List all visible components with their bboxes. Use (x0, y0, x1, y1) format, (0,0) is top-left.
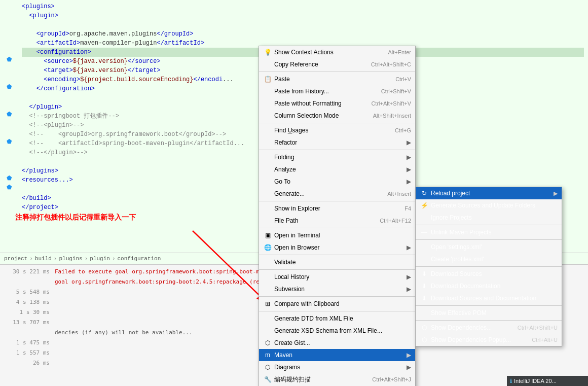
maven-menu-show-deps[interactable]: ⬡ Show Dependencies... Ctrl+Alt+Shift+U (416, 322, 562, 334)
menu-item-analyze[interactable]: Analyze ▶ (259, 163, 415, 176)
menu-item-code-style[interactable]: 🔧 编码规约扫描 Ctrl+Alt+Shift+J (259, 373, 415, 385)
menu-item-generate[interactable]: Generate... Alt+Insert (259, 188, 415, 200)
maven-menu-download-docs[interactable]: ⬇ Download Documentation (416, 280, 562, 292)
log-time: 13 s 707 ms (4, 319, 55, 326)
reload-icon: ↻ (420, 189, 429, 198)
menu-item-paste-without-formatting[interactable]: Paste without Formatting Ctrl+Alt+Shift+… (259, 97, 415, 110)
breadcrumb-sep: › (85, 256, 88, 262)
breadcrumb-item: plugin (90, 256, 110, 262)
menu-item-validate[interactable]: Validate (259, 256, 415, 268)
menu-label: 编码规约扫描 (274, 375, 367, 384)
code-line: <plugin> (22, 11, 584, 20)
empty-icon (263, 204, 272, 213)
menu-item-paste-from-history[interactable]: Paste from History... Ctrl+Shift+V (259, 85, 415, 97)
menu-label: Validate (274, 259, 411, 266)
menu-shortcut: Ctrl+Alt+Shift+C (371, 61, 411, 67)
menu-shortcut: Ctrl+Alt+Shift+J (372, 376, 411, 382)
menu-shortcut: Ctrl+Shift+V (381, 88, 411, 94)
menu-item-show-context-actions[interactable]: 💡 Show Context Actions Alt+Enter (259, 46, 415, 58)
empty-icon (263, 314, 272, 323)
menu-item-open-terminal[interactable]: ▣ Open in Terminal (259, 229, 415, 241)
menu-label: Local History (274, 273, 405, 280)
maven-menu-download-both[interactable]: ⬇ Download Sources and Documentation (416, 292, 562, 304)
menu-item-copy-reference[interactable]: Copy Reference Ctrl+Alt+Shift+C (259, 58, 415, 71)
menu-label: Generate... (274, 190, 382, 197)
maven-menu-reload[interactable]: ↻ Reload project ▶ (416, 187, 562, 199)
submenu-arrow: ▶ (407, 364, 411, 371)
empty-icon (263, 153, 272, 162)
menu-item-open-browser[interactable]: 🌐 Open in Browser ▶ (259, 241, 415, 254)
context-menu[interactable]: 💡 Show Context Actions Alt+Enter Copy Re… (259, 46, 416, 386)
gutter-bookmark6: ⬟ (0, 183, 18, 192)
menu-label: Open in Browser (274, 244, 405, 251)
menu-item-file-path[interactable]: File Path Ctrl+Alt+F12 (259, 215, 415, 227)
maven-menu-show-deps-popup[interactable]: ⬡ Show Dependencies Popup... Ctrl+Alt+U (416, 334, 562, 346)
menu-label: Analyze (274, 166, 405, 173)
menu-item-column-selection[interactable]: Column Selection Mode Alt+Shift+Insert (259, 110, 415, 122)
menu-label: Folding (274, 154, 405, 161)
maven-menu-ignore[interactable]: Ignore Projects (416, 212, 562, 224)
menu-label: Paste (274, 76, 390, 83)
log-time: 5 s 548 ms (4, 289, 55, 295)
menu-item-goto[interactable]: Go To ▶ (259, 176, 415, 188)
maven-menu-unlink[interactable]: — Unlink Maven Projects (416, 226, 562, 238)
menu-sep (259, 269, 415, 270)
menu-item-generate-xsd[interactable]: Generate XSD Schema from XML File... (259, 325, 415, 337)
maven-submenu[interactable]: ↻ Reload project ▶ ⚡ Generate Sources an… (415, 187, 562, 346)
menu-sep (259, 201, 415, 201)
diagram-icon: ⬡ (263, 363, 272, 372)
maven-menu-download-sources[interactable]: ⬇ Download Sources (416, 268, 562, 280)
menu-label: Paste from History... (274, 88, 376, 95)
maven-menu-label: Reload project (431, 190, 554, 197)
menu-item-find-usages[interactable]: Find Usages Ctrl+G (259, 124, 415, 136)
maven-menu-sep (416, 305, 562, 306)
menu-shortcut: Ctrl+G (395, 127, 411, 133)
maven-menu-generate-sources[interactable]: ⚡ Generate Sources and Update Folders (416, 199, 562, 212)
submenu-arrow: ▶ (407, 166, 411, 173)
breadcrumb-item: project (4, 256, 27, 262)
menu-sep (259, 150, 415, 150)
empty-icon (263, 272, 272, 282)
gutter-bookmark: ⬟ (0, 55, 18, 64)
log-time: 30 s 221 ms (4, 268, 55, 275)
bulb-icon: 💡 (263, 48, 272, 57)
empty-icon (420, 242, 429, 252)
menu-item-subversion[interactable]: Subversion ▶ (259, 283, 415, 295)
empty-icon (263, 138, 272, 147)
breadcrumb-sep: › (112, 256, 116, 262)
menu-item-local-history[interactable]: Local History ▶ (259, 271, 415, 283)
status-bar: ℹ IntelliJ IDEA 20... (507, 376, 588, 386)
empty-icon (420, 213, 429, 222)
maven-menu-open-settings[interactable]: Open 'settings.xml' (416, 241, 562, 253)
menu-item-refactor[interactable]: Refactor ▶ (259, 136, 415, 149)
menu-item-show-explorer[interactable]: Show in Explorer F4 (259, 202, 415, 215)
menu-label: File Path (274, 217, 375, 224)
menu-label: Find Usages (274, 127, 390, 134)
menu-item-diagrams[interactable]: ⬡ Diagrams ▶ (259, 361, 415, 373)
menu-item-create-gist[interactable]: ⬡ Create Gist... (259, 337, 415, 349)
menu-item-generate-dtd[interactable]: Generate DTD from XML File (259, 312, 415, 325)
submenu-arrow: ▶ (407, 178, 411, 185)
menu-sep (259, 72, 415, 72)
maven-menu-shortcut: Ctrl+Alt+Shift+U (518, 325, 558, 331)
menu-item-maven[interactable]: m Maven ▶ ↻ Reload project ▶ ⚡ Generate … (259, 349, 415, 361)
paste-icon: 📋 (263, 75, 272, 84)
empty-icon (263, 177, 272, 186)
log-time: 26 ms (4, 360, 55, 366)
maven-menu-create-profiles[interactable]: Create 'profiles.xml' (416, 253, 562, 265)
download-icon: ⬇ (420, 269, 429, 278)
menu-item-paste[interactable]: 📋 Paste Ctrl+V (259, 73, 415, 85)
terminal-icon: ▣ (263, 231, 272, 240)
menu-label: Column Selection Mode (274, 112, 368, 119)
breadcrumb-item: configuration (118, 256, 161, 262)
log-time: 1 s 475 ms (4, 339, 55, 346)
maven-icon: m (263, 350, 272, 360)
maven-menu-label: Show Dependencies... (431, 324, 512, 331)
empty-icon (263, 285, 272, 294)
menu-item-compare-clipboard[interactable]: ⊞ Compare with Clipboard (259, 298, 415, 310)
maven-menu-label: Show Dependencies Popup... (431, 336, 527, 343)
menu-item-folding[interactable]: Folding ▶ (259, 151, 415, 163)
empty-icon: — (420, 228, 429, 237)
maven-menu-show-effective-pom[interactable]: Show Effective POM (416, 307, 562, 319)
empty-icon (263, 126, 272, 135)
